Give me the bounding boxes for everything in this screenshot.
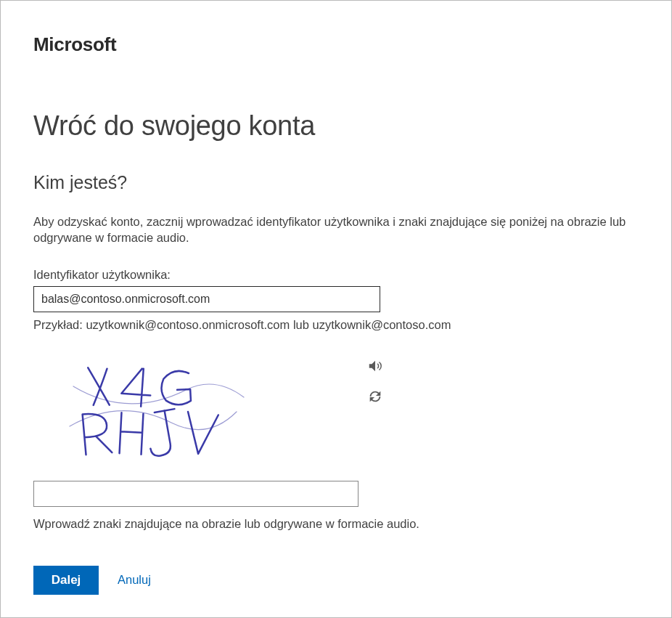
microsoft-logo: Microsoft — [33, 33, 639, 56]
user-id-label: Identyfikator użytkownika: — [33, 268, 639, 282]
captcha-image — [33, 354, 258, 463]
captcha-input[interactable] — [33, 481, 358, 507]
cancel-button[interactable]: Anuluj — [118, 573, 151, 587]
page-subtitle: Kim jesteś? — [33, 172, 639, 193]
user-id-example: Przykład: uzytkownik@contoso.onmicrosoft… — [33, 318, 639, 332]
button-row: Dalej Anuluj — [33, 566, 639, 595]
next-button[interactable]: Dalej — [33, 566, 99, 595]
instruction-text: Aby odzyskać konto, zacznij wprowadzać i… — [33, 214, 628, 246]
refresh-icon[interactable] — [367, 389, 383, 404]
user-id-input[interactable] — [33, 286, 380, 312]
speaker-icon[interactable] — [367, 358, 383, 374]
page-title: Wróć do swojego konta — [33, 110, 639, 142]
captcha-helper: Wprowadź znaki znajdujące na obrazie lub… — [33, 517, 639, 531]
captcha-row — [33, 354, 639, 463]
